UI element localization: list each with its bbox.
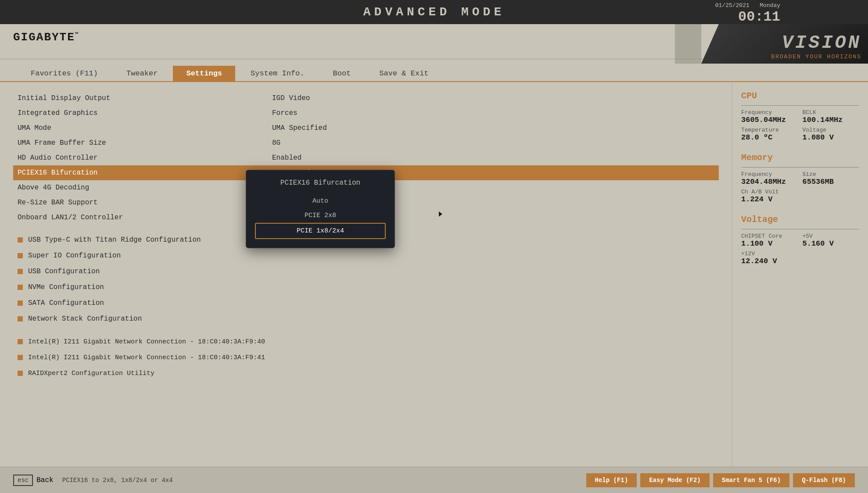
bullet-icon xyxy=(18,371,23,376)
cpu-section-title: CPU xyxy=(741,91,859,101)
setting-initial-display[interactable]: Initial Display Output IGD Video xyxy=(18,91,714,106)
cpu-grid: Frequency 3605.04MHz BCLK 100.14MHz Temp… xyxy=(741,109,859,142)
setting-value-uma-mode: UMA Specified xyxy=(272,124,327,132)
tab-systeminfo[interactable]: System Info. xyxy=(237,66,317,81)
chipset-container: CHIPSET Core 1.100 V xyxy=(741,233,798,248)
section-super-io[interactable]: Super IO Configuration xyxy=(18,248,714,264)
brand-name: GIGABYTE xyxy=(13,31,75,44)
section-label-usb-config: USB Configuration xyxy=(28,268,100,275)
esc-key-icon: esc xyxy=(13,475,33,486)
bullet-icon xyxy=(18,237,23,243)
plus12v-label: +12V xyxy=(741,250,798,257)
back-label: Back xyxy=(36,476,53,484)
corner-decoration xyxy=(675,24,701,64)
tab-boot[interactable]: Boot xyxy=(320,66,364,81)
setting-label-initial-display: Initial Display Output xyxy=(18,94,272,102)
setting-value-initial-display: IGD Video xyxy=(272,94,310,102)
mem-freq-label: Frequency xyxy=(741,171,798,178)
cpu-temp-label: Temperature xyxy=(741,127,798,133)
network-item-2[interactable]: Intel(R) I211 Gigabit Network Connection… xyxy=(18,350,714,365)
network-subsection: Intel(R) I211 Gigabit Network Connection… xyxy=(18,334,714,381)
dropdown-option-2x8[interactable]: PCIE 2x8 xyxy=(255,208,386,223)
tab-saveexit[interactable]: Save & Exit xyxy=(366,66,441,81)
section-label-super-io: Super IO Configuration xyxy=(28,252,121,260)
top-bar: ADVANCED MODE 01/25/2021 Monday 00:11 xyxy=(0,0,868,24)
plus5v-label: +5V xyxy=(803,233,860,239)
mem-chvolt-value: 1.224 V xyxy=(741,195,798,204)
cpu-volt-container: Voltage 1.080 V xyxy=(803,127,860,142)
section-network-stack[interactable]: Network Stack Configuration xyxy=(18,311,714,327)
cpu-volt-label: Voltage xyxy=(803,127,860,133)
bottom-buttons: Help (F1) Easy Mode (F2) Smart Fan 5 (F6… xyxy=(586,473,855,487)
vision-text: VISION xyxy=(782,32,861,54)
bullet-icon xyxy=(18,269,23,274)
settings-panel: Initial Display Output IGD Video Integra… xyxy=(0,82,732,467)
cpu-volt-value: 1.080 V xyxy=(803,133,860,142)
section-label-usb-typec: USB Type-C with Titan Ridge Configuratio… xyxy=(28,236,201,244)
easy-mode-button[interactable]: Easy Mode (F2) xyxy=(640,473,710,487)
dropdown-option-auto[interactable]: Auto xyxy=(255,194,386,208)
bullet-icon xyxy=(18,285,23,290)
network-label-1: Intel(R) I211 Gigabit Network Connection… xyxy=(28,338,265,346)
brand-logo: GIGABYTE™ xyxy=(13,31,79,44)
cpu-temp-value: 28.0 ºC xyxy=(741,133,798,142)
tab-settings[interactable]: Settings xyxy=(173,66,235,81)
dropdown-option-1x8[interactable]: PCIE 1x8/2x4 xyxy=(255,223,386,239)
bottom-left: esc Back PCIEX16 to 2x8, 1x8/2x4 or 4x4 xyxy=(13,475,173,486)
header-area: GIGABYTE™ VISION BROADEN YOUR HORIZONS xyxy=(0,24,868,59)
setting-label-integrated-graphics: Integrated Graphics xyxy=(18,109,272,117)
qflash-button[interactable]: Q-Flash (F8) xyxy=(793,473,855,487)
cpu-divider xyxy=(741,105,859,106)
date-text: 01/25/2021 xyxy=(715,2,750,9)
day-text: Monday xyxy=(760,2,780,9)
memory-section: Memory Frequency 3204.48MHz Size 65536MB… xyxy=(741,153,859,204)
smart-fan-button[interactable]: Smart Fan 5 (F6) xyxy=(713,473,789,487)
section-nvme[interactable]: NVMe Configuration xyxy=(18,279,714,295)
section-label-network-stack: Network Stack Configuration xyxy=(28,315,142,323)
plus12v-value: 12.240 V xyxy=(741,257,798,265)
date-display: 01/25/2021 Monday xyxy=(715,2,780,9)
network-item-1[interactable]: Intel(R) I211 Gigabit Network Connection… xyxy=(18,334,714,350)
cpu-bclk-container: BCLK 100.14MHz xyxy=(803,109,860,124)
memory-grid: Frequency 3204.48MHz Size 65536MB Ch A/B… xyxy=(741,171,859,204)
bullet-icon xyxy=(18,355,23,360)
setting-value-hd-audio: Enabled xyxy=(272,154,301,162)
bullet-icon xyxy=(18,316,23,322)
tab-favorites[interactable]: Favorites (F11) xyxy=(18,66,111,81)
setting-uma-mode[interactable]: UMA Mode UMA Specified xyxy=(18,121,714,136)
memory-divider xyxy=(741,167,859,168)
chipset-value: 1.100 V xyxy=(741,239,798,248)
voltage-section: Voltage CHIPSET Core 1.100 V +5V 5.160 V… xyxy=(741,214,859,265)
tab-tweaker[interactable]: Tweaker xyxy=(113,66,171,81)
help-button[interactable]: Help (F1) xyxy=(586,473,637,487)
right-sidebar: CPU Frequency 3605.04MHz BCLK 100.14MHz … xyxy=(732,82,868,467)
section-sata[interactable]: SATA Configuration xyxy=(18,295,714,311)
section-usb-config[interactable]: USB Configuration xyxy=(18,264,714,279)
voltage-section-title: Voltage xyxy=(741,214,859,225)
mem-size-label: Size xyxy=(803,171,860,178)
plus5v-value: 5.160 V xyxy=(803,239,860,248)
bullet-icon xyxy=(18,300,23,306)
mem-chvolt-label: Ch A/B Volt xyxy=(741,189,798,195)
mem-size-container: Size 65536MB xyxy=(803,171,860,186)
mem-freq-container: Frequency 3204.48MHz xyxy=(741,171,798,186)
raidxpert-item[interactable]: RAIDXpert2 Configuration Utility xyxy=(18,365,714,381)
cpu-freq-label: Frequency 3605.04MHz xyxy=(741,109,798,124)
time-display: 00:11 xyxy=(715,9,780,25)
setting-uma-frame-buffer[interactable]: UMA Frame Buffer Size 8G xyxy=(18,136,714,150)
bullet-icon xyxy=(18,339,23,344)
setting-integrated-graphics[interactable]: Integrated Graphics Forces xyxy=(18,106,714,121)
setting-label-onboard-lan: Onboard LAN1/2 Controller xyxy=(18,214,272,221)
mode-title: ADVANCED MODE xyxy=(363,5,505,19)
pciex16-dropdown[interactable]: PCIEX16 Bifurcation Auto PCIE 2x8 PCIE 1… xyxy=(246,170,395,248)
bottom-bar: esc Back PCIEX16 to 2x8, 1x8/2x4 or 4x4 … xyxy=(0,467,868,493)
memory-section-title: Memory xyxy=(741,153,859,163)
section-label-nvme: NVMe Configuration xyxy=(28,283,104,291)
dropdown-title: PCIEX16 Bifurcation xyxy=(255,179,386,187)
esc-button[interactable]: esc Back xyxy=(13,475,54,486)
raidxpert-label: RAIDXpert2 Configuration Utility xyxy=(28,370,154,377)
setting-hd-audio[interactable]: HD Audio Controller Enabled xyxy=(18,150,714,165)
setting-label-uma-mode: UMA Mode xyxy=(18,124,272,132)
help-text: PCIEX16 to 2x8, 1x8/2x4 or 4x4 xyxy=(62,477,173,484)
mem-chvolt-container: Ch A/B Volt 1.224 V xyxy=(741,189,798,204)
